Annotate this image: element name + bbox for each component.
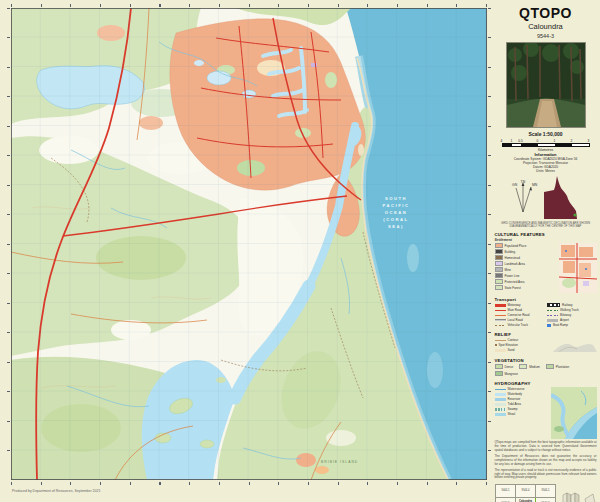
cultural-items: Populated Place Building Homestead bbox=[495, 243, 556, 293]
map-grid bbox=[11, 8, 487, 480]
legend-swatch bbox=[495, 279, 503, 284]
legend-label: State Forest bbox=[505, 286, 521, 290]
legend-label: Vehicular Track bbox=[508, 323, 529, 327]
legend-line-swatch bbox=[495, 408, 506, 412]
legend-swatch bbox=[495, 261, 503, 266]
legend-swatch bbox=[495, 371, 503, 376]
sheet-location-dot bbox=[573, 213, 576, 216]
legend-item: Motorway bbox=[495, 303, 545, 307]
scale-tick: 4 bbox=[501, 139, 503, 143]
legend-item: Plantation bbox=[546, 364, 569, 369]
legend-item: Protected Area bbox=[495, 279, 556, 284]
disclaimer-paragraph: The representation of a road or track is… bbox=[495, 469, 597, 481]
legend-item: Shoal bbox=[495, 412, 548, 416]
information-line: Coordinate System: GDA2020 MGA Zone 56 bbox=[514, 157, 577, 161]
legend-item: Medium bbox=[519, 364, 540, 369]
legend-swatch bbox=[495, 267, 503, 272]
legend-line-swatch bbox=[495, 413, 506, 417]
legend-vegetation: VEGETATION Dense Medium bbox=[495, 356, 597, 377]
island-label: BRIBIE ISLAND bbox=[321, 460, 358, 464]
legend-line-swatch bbox=[495, 304, 506, 307]
ocean-label-line: (CORAL bbox=[383, 217, 408, 222]
legend-line-swatch bbox=[495, 393, 506, 397]
legend-line-swatch bbox=[495, 315, 506, 317]
transport-heading: Transport bbox=[495, 297, 597, 302]
legend-item: Vehicular Track bbox=[495, 323, 545, 327]
settlement-subheading: Settlement bbox=[495, 238, 597, 242]
forest-road-photo bbox=[507, 43, 585, 127]
adjoining-sheet: 9544-1 bbox=[536, 485, 556, 498]
information-lines: Coordinate System: GDA2020 MGA Zone 56Pr… bbox=[514, 157, 577, 173]
adjoining-sheet: 9444-2 bbox=[496, 498, 516, 502]
north-note: Grid convergence and magnetic declinatio… bbox=[500, 222, 592, 229]
relief-heading: RELIEF bbox=[495, 332, 597, 337]
scale-tick-labels: 10.501234 bbox=[502, 139, 590, 143]
hydrography-sample bbox=[551, 387, 597, 439]
legend-label: Mine bbox=[505, 268, 512, 272]
legend-swatch bbox=[495, 255, 503, 260]
map-sheet: SOUTH PACIFIC OCEAN (CORAL SEA) BRIBIE I… bbox=[0, 0, 600, 502]
legend-item: Bikeway bbox=[547, 313, 597, 317]
legend-label: Boat Ramp bbox=[553, 323, 568, 327]
legend-item: Airport bbox=[547, 318, 597, 322]
topographic-map: SOUTH PACIFIC OCEAN (CORAL SEA) BRIBIE I… bbox=[11, 8, 487, 480]
bottom-graticule-ticks bbox=[11, 482, 487, 485]
legend-label: Waterbody bbox=[508, 392, 522, 396]
disclaimer-paragraph: QTopo maps are compiled from the best to… bbox=[495, 441, 597, 453]
adjoining-sheet: 9444-1 bbox=[496, 485, 516, 498]
queensland-locator-map bbox=[544, 176, 584, 220]
legend-label: Main Road bbox=[508, 308, 523, 312]
information-line: Units: Metres bbox=[514, 169, 577, 173]
legend-label: Contour bbox=[508, 338, 519, 342]
information-block: Information Coordinate System: GDA2020 M… bbox=[514, 151, 577, 173]
legend-item: Local Road bbox=[495, 318, 545, 322]
adjoining-sheet: 9544-2 bbox=[536, 498, 556, 502]
legend-label: Motorway bbox=[508, 303, 521, 307]
legend-label: Medium bbox=[529, 365, 540, 369]
legend-item: Mine bbox=[495, 267, 556, 272]
legend-hydrography: HYDROGRAPHY Watercourse Waterbody bbox=[495, 379, 597, 439]
grid-north-label: GN bbox=[512, 183, 518, 187]
legend-label: Airport bbox=[560, 318, 569, 322]
adjoining-maps-grid: 9444-1 9544-4 9544-1 9444-2 Caloundra954… bbox=[495, 484, 556, 502]
legend-line-swatch bbox=[495, 340, 506, 341]
legend-label: Shoal bbox=[508, 412, 516, 416]
legend-item: Waterbody bbox=[495, 392, 548, 396]
top-graticule-ticks bbox=[11, 4, 487, 7]
sheet-number: 9544-3 bbox=[537, 33, 554, 40]
legend-item: Homestead bbox=[495, 255, 556, 260]
left-graticule-ticks bbox=[7, 8, 10, 480]
legend-label: Local Road bbox=[508, 318, 523, 322]
legend-line-swatch bbox=[495, 344, 497, 346]
legend-item: Tidal Area bbox=[495, 402, 548, 406]
legend-relief: RELIEF Contour Spot Elevation bbox=[495, 330, 597, 354]
legend-line-swatch bbox=[495, 349, 506, 352]
legend-swatch bbox=[495, 243, 503, 248]
legend-item: Walking Track bbox=[547, 308, 597, 312]
legend-swatch bbox=[495, 364, 503, 369]
transport-items-left: Motorway Main Road Connector Road bbox=[495, 303, 545, 328]
legend-line-swatch bbox=[495, 319, 506, 321]
disclaimer-notes: QTopo maps are compiled from the best to… bbox=[495, 441, 597, 482]
scale-tick: 0 bbox=[537, 139, 539, 143]
transport-items-right: Railway Walking Track Bikeway bbox=[547, 303, 597, 328]
legend-line-swatch bbox=[547, 303, 560, 307]
legend-line-swatch bbox=[547, 324, 551, 327]
legend-item: Watercourse bbox=[495, 387, 548, 391]
scale-tick: 1 bbox=[554, 139, 556, 143]
legend-item: Populated Place bbox=[495, 243, 556, 248]
legend-cultural: CULTURAL FEATURES Settlement Populated P… bbox=[495, 230, 597, 293]
legend-label: Mangrove bbox=[505, 372, 518, 376]
legend-line-swatch bbox=[495, 389, 506, 390]
legend-label: Reservoir bbox=[508, 397, 521, 401]
legend-line-swatch bbox=[547, 310, 558, 311]
legend-swatch bbox=[546, 364, 554, 369]
legend-item: Reservoir bbox=[495, 397, 548, 401]
ocean-label-line: OCEAN bbox=[385, 210, 408, 215]
legend-label: Protected Area bbox=[505, 280, 525, 284]
ocean-label-line: SOUTH bbox=[385, 196, 407, 201]
legend-label: Dense bbox=[505, 365, 514, 369]
legend-label: Homestead bbox=[505, 256, 520, 260]
legend-label: Tidal Area bbox=[508, 402, 521, 406]
legend-label: Watercourse bbox=[508, 387, 525, 391]
